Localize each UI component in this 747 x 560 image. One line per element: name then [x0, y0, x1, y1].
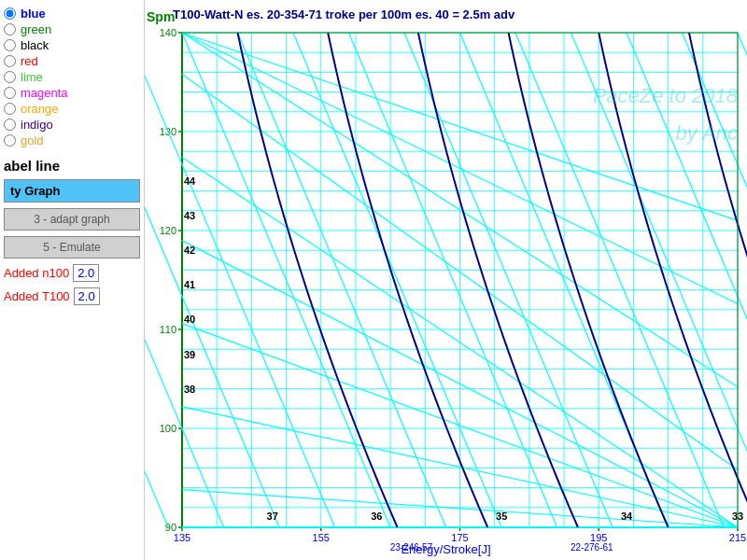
radio-gold[interactable]	[4, 134, 16, 147]
y-axis-label: Spm	[147, 9, 175, 24]
radio-item-blue[interactable]: blue	[4, 6, 140, 21]
radio-item-lime[interactable]: lime	[4, 69, 140, 85]
radio-red[interactable]	[4, 55, 16, 67]
radio-item-red[interactable]: red	[4, 53, 140, 69]
label-lime: lime	[21, 70, 43, 84]
label-indigo: indigo	[21, 118, 53, 132]
label-gold: gold	[21, 133, 44, 147]
label-red: red	[21, 54, 38, 68]
radio-black[interactable]	[4, 39, 16, 51]
color-options: bluegreenblackredlimemagentaorangeindigo…	[4, 6, 140, 148]
radio-indigo[interactable]	[4, 119, 16, 131]
radio-item-green[interactable]: green	[4, 21, 140, 37]
added-t100-value[interactable]: 2.0	[74, 287, 100, 305]
added-n100-value[interactable]: 2.0	[73, 264, 99, 282]
added-n100-label: Added n100	[4, 266, 69, 280]
added-n100-row: Added n100 2.0	[4, 264, 140, 282]
added-t100-row: Added T100 2.0	[4, 287, 140, 305]
radio-green[interactable]	[4, 23, 16, 35]
label-black: black	[21, 38, 49, 52]
section-label: abel line	[4, 158, 140, 174]
radio-orange[interactable]	[4, 103, 16, 115]
radio-item-orange[interactable]: orange	[4, 101, 140, 117]
main-chart-canvas	[145, 0, 747, 560]
radio-lime[interactable]	[4, 71, 16, 83]
radio-item-magenta[interactable]: magenta	[4, 85, 140, 101]
radio-magenta[interactable]	[4, 87, 16, 99]
sidebar: bluegreenblackredlimemagentaorangeindigo…	[0, 0, 145, 560]
chart-title: T100-Watt-N es. 20-354-71 troke per 100m…	[173, 7, 514, 21]
added-t100-label: Added T100	[4, 289, 70, 303]
adapt-button[interactable]: 3 - adapt graph	[4, 208, 140, 231]
radio-blue[interactable]	[4, 7, 16, 20]
x-axis-label: Energy/Stroke[J]	[401, 542, 490, 556]
graph-button[interactable]: ty Graph	[4, 179, 140, 203]
label-blue: blue	[21, 7, 46, 21]
emulate-button[interactable]: 5 - Emulate	[4, 236, 140, 259]
label-magenta: magenta	[21, 86, 68, 100]
chart-area: T100-Watt-N es. 20-354-71 troke per 100m…	[145, 0, 747, 560]
label-green: green	[21, 22, 51, 36]
label-orange: orange	[21, 102, 58, 116]
radio-item-gold[interactable]: gold	[4, 133, 140, 148]
radio-item-indigo[interactable]: indigo	[4, 117, 140, 133]
radio-item-black[interactable]: black	[4, 37, 140, 53]
